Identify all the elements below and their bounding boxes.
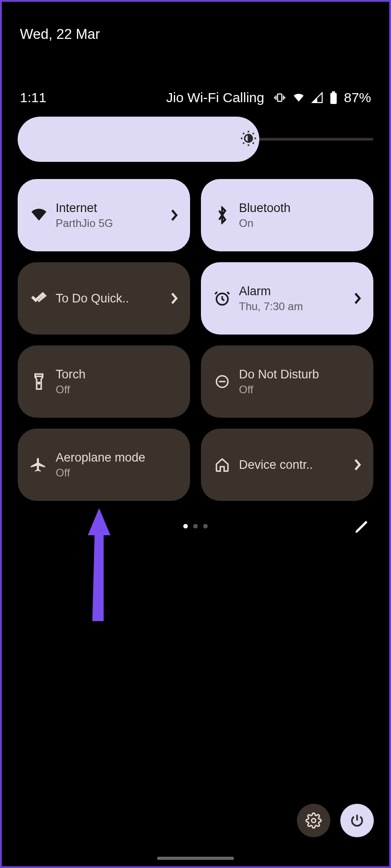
battery-percent: 87% xyxy=(344,90,371,105)
brightness-slider[interactable] xyxy=(18,117,373,162)
brightness-icon xyxy=(239,129,257,149)
tile-todo[interactable]: To Do Quick.. xyxy=(18,262,190,335)
page-indicator xyxy=(183,524,208,528)
bottom-buttons xyxy=(297,804,374,837)
alarm-icon xyxy=(212,290,233,307)
svg-rect-0 xyxy=(277,94,281,101)
airplane-icon xyxy=(29,457,49,473)
gear-icon xyxy=(305,812,322,829)
tile-torch[interactable]: Torch Off xyxy=(18,345,190,418)
chevron-right-icon xyxy=(351,458,364,471)
tile-label: Do Not Disturb xyxy=(239,368,364,382)
tile-sub: ParthJio 5G xyxy=(56,217,167,230)
date-label: Wed, 22 Mar xyxy=(20,26,100,42)
vibrate-icon xyxy=(273,91,286,104)
tile-airplane[interactable]: Aeroplane mode Off xyxy=(18,429,190,501)
annotation-arrow xyxy=(83,508,115,623)
brightness-fill xyxy=(18,117,259,162)
tile-label: Aeroplane mode xyxy=(56,451,181,465)
dot-3 xyxy=(203,524,208,528)
chevron-right-icon xyxy=(167,292,181,305)
tile-bluetooth[interactable]: Bluetooth On xyxy=(201,179,373,251)
tile-label: Alarm xyxy=(239,284,351,298)
tile-sub: Off xyxy=(56,383,181,396)
svg-rect-2 xyxy=(332,91,335,93)
flashlight-icon xyxy=(29,373,49,391)
todo-icon xyxy=(29,292,49,305)
settings-button[interactable] xyxy=(297,804,330,837)
tile-label: To Do Quick.. xyxy=(56,292,167,306)
tile-alarm[interactable]: Alarm Thu, 7:30 am xyxy=(201,262,373,335)
tile-sub: On xyxy=(239,217,364,230)
dot-2 xyxy=(193,524,198,528)
battery-icon xyxy=(329,91,338,104)
tile-label: Torch xyxy=(56,368,181,382)
svg-point-7 xyxy=(312,819,316,823)
quick-tiles: Internet ParthJio 5G Bluetooth On To Do … xyxy=(18,179,373,501)
tile-sub: Off xyxy=(56,467,181,479)
status-bar: 1:11 Jio Wi-Fi Calling 87% xyxy=(20,90,371,105)
pencil-icon xyxy=(353,519,369,535)
svg-rect-1 xyxy=(330,93,337,104)
svg-point-5 xyxy=(38,382,39,384)
clock: 1:11 xyxy=(20,90,46,105)
tile-sub: Off xyxy=(239,383,364,396)
tile-sub: Thu, 7:30 am xyxy=(239,300,351,313)
bluetooth-icon xyxy=(212,206,233,224)
chevron-right-icon xyxy=(351,292,364,305)
dot-1 xyxy=(183,524,188,528)
carrier-label: Jio Wi-Fi Calling xyxy=(166,90,264,105)
wifi-icon xyxy=(292,92,305,104)
home-icon xyxy=(212,457,233,472)
tile-label: Internet xyxy=(56,201,167,215)
power-button[interactable] xyxy=(340,804,374,837)
power-icon xyxy=(349,813,365,828)
wifi-icon xyxy=(29,208,49,222)
status-right: Jio Wi-Fi Calling 87% xyxy=(166,90,371,105)
tile-label: Device contr.. xyxy=(239,458,351,472)
dnd-icon xyxy=(212,374,233,389)
tile-label: Bluetooth xyxy=(239,201,364,215)
gesture-bar[interactable] xyxy=(157,857,234,860)
tile-device-controls[interactable]: Device contr.. xyxy=(201,429,373,501)
edit-button[interactable] xyxy=(351,517,371,537)
tile-dnd[interactable]: Do Not Disturb Off xyxy=(201,345,373,418)
tile-internet[interactable]: Internet ParthJio 5G xyxy=(18,179,190,251)
signal-icon xyxy=(311,92,323,104)
chevron-right-icon xyxy=(167,209,181,222)
